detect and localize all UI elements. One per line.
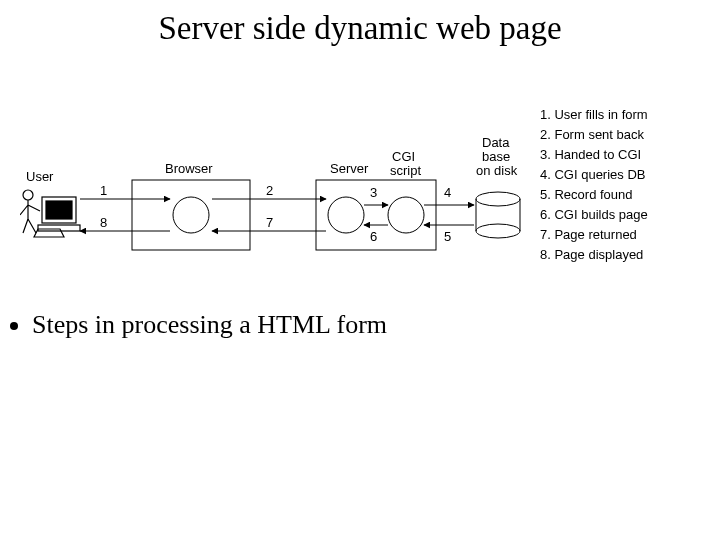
num-8: 8 — [100, 215, 107, 230]
cgi-flow-diagram: User Browser Server CGI script Data base… — [20, 125, 530, 285]
server-process-icon — [328, 197, 364, 233]
label-user: User — [26, 169, 54, 184]
num-4: 4 — [444, 185, 451, 200]
label-cgi-2: script — [390, 163, 421, 178]
legend: 1. User fills in form 2. Form sent back … — [540, 105, 648, 265]
legend-item: 5. Record found — [540, 185, 648, 205]
legend-item: 3. Handed to CGI — [540, 145, 648, 165]
browser-box — [132, 180, 250, 250]
label-server: Server — [330, 161, 369, 176]
label-cgi-1: CGI — [392, 149, 415, 164]
cgi-process-icon — [388, 197, 424, 233]
num-6: 6 — [370, 229, 377, 244]
legend-item: 7. Page returned — [540, 225, 648, 245]
svg-point-5 — [476, 224, 520, 238]
legend-item: 6. CGI builds page — [540, 205, 648, 225]
svg-point-4 — [476, 192, 520, 206]
label-browser: Browser — [165, 161, 213, 176]
svg-rect-1 — [46, 201, 72, 219]
svg-point-3 — [23, 190, 33, 200]
num-7: 7 — [266, 215, 273, 230]
bullet-list: Steps in processing a HTML form — [18, 310, 387, 340]
svg-rect-2 — [38, 225, 80, 231]
num-2: 2 — [266, 183, 273, 198]
diagram: User Browser Server CGI script Data base… — [20, 125, 530, 289]
legend-item: 2. Form sent back — [540, 125, 648, 145]
page-title: Server side dynamic web page — [0, 10, 720, 47]
browser-process-icon — [173, 197, 209, 233]
legend-item: 4. CGI queries DB — [540, 165, 648, 185]
slide: Server side dynamic web page User — [0, 0, 720, 540]
label-db-1: Data — [482, 135, 510, 150]
database-icon — [476, 192, 520, 238]
label-db-3: on disk — [476, 163, 518, 178]
num-1: 1 — [100, 183, 107, 198]
legend-item: 8. Page displayed — [540, 245, 648, 265]
user-icon — [20, 190, 80, 237]
num-5: 5 — [444, 229, 451, 244]
label-db-2: base — [482, 149, 510, 164]
legend-item: 1. User fills in form — [540, 105, 648, 125]
num-3: 3 — [370, 185, 377, 200]
bullet-item: Steps in processing a HTML form — [32, 310, 387, 340]
